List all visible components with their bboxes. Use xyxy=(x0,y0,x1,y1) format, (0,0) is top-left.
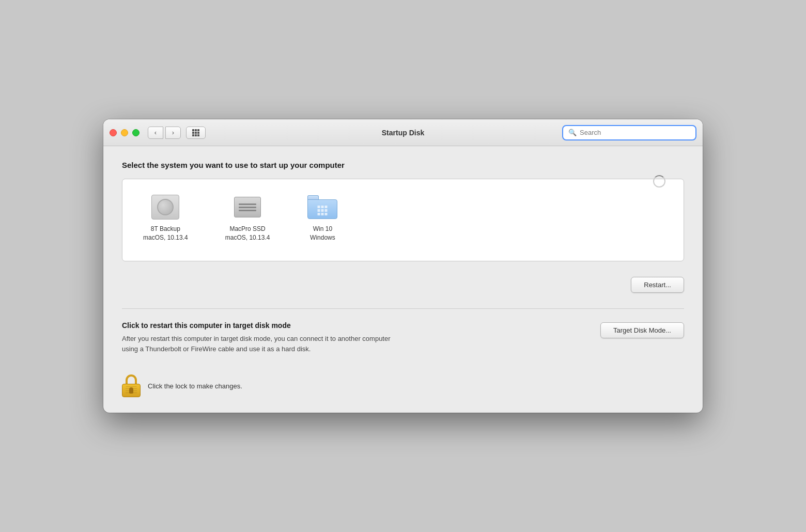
ssd-icon xyxy=(232,194,263,221)
section-header: Select the system you want to use to sta… xyxy=(122,161,684,169)
close-button[interactable] xyxy=(110,129,117,136)
folder-icon xyxy=(307,194,338,221)
divider xyxy=(122,308,684,309)
traffic-lights xyxy=(110,129,140,136)
lock-label: Click the lock to make changes. xyxy=(148,382,242,390)
disk-item-macpro-ssd[interactable]: MacPro SSD macOS, 10.13.4 xyxy=(217,190,278,246)
search-icon: 🔍 xyxy=(568,129,577,136)
target-text: Click to restart this computer in target… xyxy=(122,321,396,354)
disk-label-win10: Win 10 Windows xyxy=(310,225,335,242)
loading-spinner xyxy=(653,175,665,187)
disk-item-backup[interactable]: 8T Backup macOS, 10.13.4 xyxy=(135,190,196,246)
target-disk-section: Click to restart this computer in target… xyxy=(122,321,684,354)
titlebar: ‹ › Startup Disk 🔍 xyxy=(103,119,703,146)
section-title: Select the system you want to use to sta… xyxy=(122,161,684,169)
target-disk-mode-button[interactable]: Target Disk Mode... xyxy=(600,322,684,338)
search-box[interactable]: 🔍 xyxy=(562,125,696,140)
disk-selector: 8T Backup macOS, 10.13.4 MacPro SSD macO… xyxy=(122,179,684,261)
restart-row: Restart... xyxy=(122,277,684,293)
disk-label-ssd: MacPro SSD macOS, 10.13.4 xyxy=(225,225,270,242)
content-area: Select the system you want to use to sta… xyxy=(103,146,703,413)
window-title: Startup Disk xyxy=(382,129,424,137)
disk-item-win10[interactable]: Win 10 Windows xyxy=(299,190,346,246)
target-title: Click to restart this computer in target… xyxy=(122,321,396,330)
lock-section[interactable]: Click the lock to make changes. xyxy=(122,374,684,397)
grid-view-button[interactable] xyxy=(186,127,206,139)
hdd-icon xyxy=(150,194,181,221)
search-input[interactable] xyxy=(580,129,690,136)
maximize-button[interactable] xyxy=(132,129,140,136)
minimize-button[interactable] xyxy=(121,129,128,136)
forward-button[interactable]: › xyxy=(165,127,181,139)
main-window: ‹ › Startup Disk 🔍 Select the system you… xyxy=(103,119,703,413)
nav-buttons: ‹ › xyxy=(148,127,181,139)
back-button[interactable]: ‹ xyxy=(148,127,163,139)
target-description: After you restart this computer in targe… xyxy=(122,334,396,354)
grid-icon xyxy=(192,129,199,136)
restart-button[interactable]: Restart... xyxy=(631,277,684,293)
lock-icon xyxy=(122,374,141,397)
disk-label-backup: 8T Backup macOS, 10.13.4 xyxy=(143,225,188,242)
